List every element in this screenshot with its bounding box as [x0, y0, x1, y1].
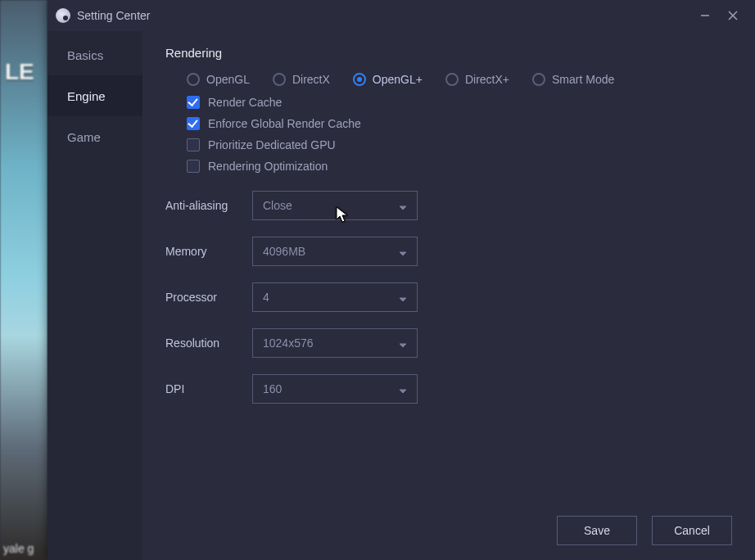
save-button[interactable]: Save	[557, 516, 637, 545]
background-caption: yale g	[3, 542, 34, 555]
select-anti-aliasing[interactable]: Close	[252, 191, 418, 220]
cancel-button[interactable]: Cancel	[652, 516, 732, 545]
settings-window: Setting Center Basics Engine Game Render…	[47, 0, 755, 560]
radio-smart-mode[interactable]: Smart Mode	[532, 73, 614, 86]
check-enforce-global-render-cache[interactable]: Enforce Global Render Cache	[187, 117, 732, 130]
radio-dot-icon	[353, 73, 366, 86]
section-title-rendering: Rendering	[165, 46, 732, 60]
select-value: Close	[263, 199, 292, 212]
sidebar-item-game[interactable]: Game	[47, 116, 142, 157]
radio-dot-icon	[187, 73, 200, 86]
radio-label: DirectX+	[465, 73, 509, 86]
engine-form: Anti-aliasing Close Memory 4096MB Proces…	[165, 191, 732, 404]
rendering-mode-group: OpenGL DirectX OpenGL+ DirectX+ Smart Mo…	[187, 73, 732, 86]
radio-dot-icon	[445, 73, 459, 86]
content-panel: Rendering OpenGL DirectX OpenGL+ DirectX…	[142, 31, 755, 560]
rendering-checks-group: Render Cache Enforce Global Render Cache…	[187, 96, 732, 173]
radio-opengl[interactable]: OpenGL	[187, 73, 250, 86]
chevron-down-icon	[399, 201, 407, 210]
select-value: 4	[263, 291, 269, 304]
radio-label: Smart Mode	[552, 73, 614, 86]
select-value: 160	[263, 382, 282, 395]
label-memory: Memory	[165, 245, 252, 258]
button-label: Cancel	[674, 524, 710, 537]
radio-label: DirectX	[292, 73, 330, 86]
minimize-button[interactable]	[691, 4, 719, 27]
window-title: Setting Center	[77, 9, 151, 22]
radio-dot-icon	[532, 73, 545, 86]
check-label: Render Cache	[208, 96, 282, 109]
checkbox-icon	[187, 117, 200, 130]
chevron-down-icon	[399, 293, 407, 301]
select-processor[interactable]: 4	[252, 282, 418, 312]
checkbox-icon	[187, 96, 200, 109]
radio-label: OpenGL	[206, 73, 250, 86]
label-anti-aliasing: Anti-aliasing	[165, 199, 252, 212]
radio-directx-plus[interactable]: DirectX+	[445, 73, 509, 86]
checkbox-icon	[187, 160, 200, 173]
button-label: Save	[584, 524, 610, 537]
check-label: Enforce Global Render Cache	[208, 117, 361, 130]
label-processor: Processor	[165, 291, 252, 304]
select-value: 1024x576	[263, 336, 314, 350]
background-game-strip: LE yale g	[0, 0, 47, 560]
checkbox-icon	[187, 138, 200, 151]
select-memory[interactable]: 4096MB	[252, 237, 418, 266]
check-prioritize-dedicated-gpu[interactable]: Prioritize Dedicated GPU	[187, 138, 732, 151]
close-button[interactable]	[719, 4, 747, 27]
radio-label: OpenGL+	[373, 73, 423, 86]
select-resolution[interactable]: 1024x576	[252, 328, 418, 358]
check-render-cache[interactable]: Render Cache	[187, 96, 732, 109]
titlebar: Setting Center	[47, 0, 755, 31]
sidebar-item-label: Basics	[67, 48, 103, 62]
label-dpi: DPI	[165, 382, 252, 395]
radio-dot-icon	[273, 73, 286, 86]
app-logo-icon	[56, 8, 70, 23]
check-label: Prioritize Dedicated GPU	[208, 138, 336, 151]
chevron-down-icon	[399, 385, 407, 393]
check-label: Rendering Optimization	[208, 160, 328, 173]
select-dpi[interactable]: 160	[252, 374, 418, 404]
radio-directx[interactable]: DirectX	[273, 73, 330, 86]
check-rendering-optimization[interactable]: Rendering Optimization	[187, 160, 732, 173]
sidebar-item-engine[interactable]: Engine	[47, 75, 142, 116]
radio-opengl-plus[interactable]: OpenGL+	[353, 73, 423, 86]
sidebar-item-label: Game	[67, 130, 101, 144]
chevron-down-icon	[399, 339, 407, 347]
select-value: 4096MB	[263, 245, 305, 258]
label-resolution: Resolution	[165, 336, 252, 350]
background-title-fragment: LE	[5, 59, 34, 85]
chevron-down-icon	[399, 247, 407, 255]
footer-actions: Save Cancel	[557, 516, 732, 545]
sidebar: Basics Engine Game	[47, 31, 142, 560]
sidebar-item-basics[interactable]: Basics	[47, 34, 142, 75]
sidebar-item-label: Engine	[67, 89, 106, 103]
